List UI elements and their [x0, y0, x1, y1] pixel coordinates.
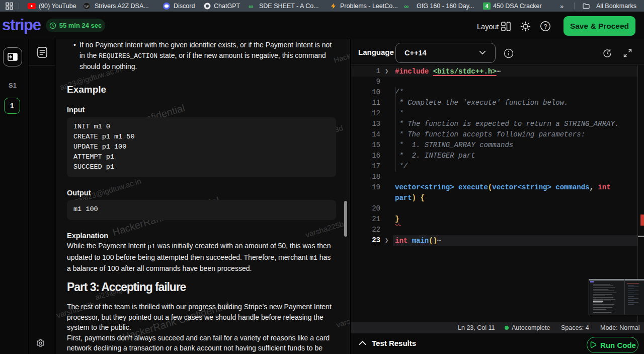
svg-text:TUF: TUF [84, 5, 89, 8]
svg-text:?: ? [544, 23, 547, 30]
svg-text:4: 4 [486, 4, 489, 9]
